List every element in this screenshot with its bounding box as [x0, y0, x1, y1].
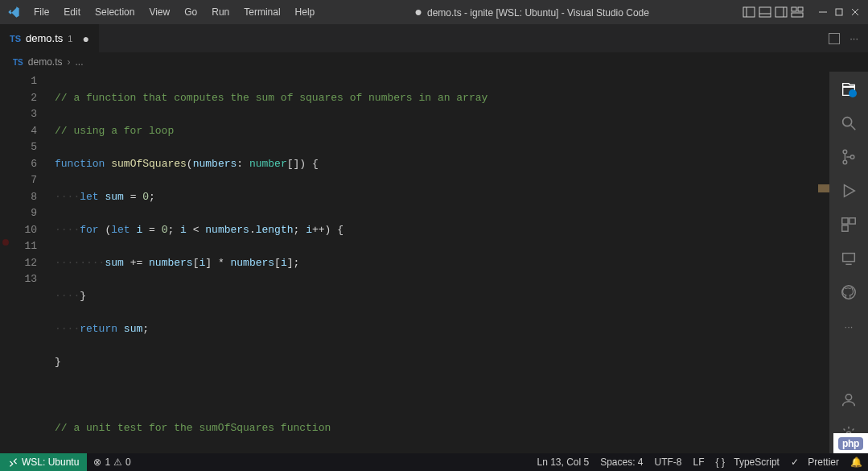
layout-sidebar-right-icon[interactable]	[775, 6, 788, 19]
error-count: 1	[105, 457, 110, 468]
watermark-overlay: php	[833, 433, 868, 453]
minimize-button[interactable]	[817, 6, 829, 19]
braces-icon: { }	[716, 457, 725, 468]
more-views-icon[interactable]: ···	[839, 316, 858, 336]
breadcrumb-file: demo.ts	[28, 56, 63, 68]
split-editor-icon[interactable]	[829, 33, 840, 44]
explorer-icon[interactable]	[839, 80, 858, 99]
line-number: 10	[11, 222, 37, 239]
php-logo-icon: php	[838, 437, 863, 450]
tab-problem-count: 1	[68, 34, 72, 43]
vscode-logo-icon	[0, 6, 27, 19]
tab-unsaved-dot-icon: ●	[82, 32, 88, 45]
error-count-icon: ⊗	[93, 457, 101, 468]
chevron-right-icon: ›	[67, 56, 70, 68]
svg-rect-6	[792, 7, 796, 11]
svg-rect-18	[842, 218, 848, 224]
language-label: TypeScript	[734, 457, 780, 468]
menu-run[interactable]: Run	[205, 3, 236, 21]
prettier-status[interactable]: ✓ Prettier	[785, 457, 845, 468]
line-number: 8	[11, 189, 37, 206]
line-number: 3	[11, 106, 37, 123]
accounts-icon[interactable]	[839, 390, 858, 410]
menu-selection[interactable]: Selection	[88, 3, 141, 21]
status-bar: WSL: Ubuntu ⊗ 1 ⚠ 0 Ln 13, Col 5 Spaces:…	[0, 453, 868, 471]
svg-rect-10	[836, 9, 842, 15]
svg-point-15	[843, 150, 847, 154]
svg-point-17	[850, 155, 854, 159]
warning-count-icon: ⚠	[113, 457, 122, 468]
line-number: 2	[11, 90, 37, 107]
typescript-icon: TS	[10, 34, 21, 43]
badge-icon	[849, 89, 857, 97]
editor-main: 1 2 3 4 5 6 7 8 9 10 11 12 13 // a funct…	[0, 72, 868, 453]
svg-rect-4	[775, 7, 787, 17]
menu-terminal[interactable]: Terminal	[237, 3, 286, 21]
svg-rect-19	[849, 218, 855, 224]
unsaved-indicator-icon: ●	[414, 5, 427, 19]
menu-go[interactable]: Go	[178, 3, 204, 21]
line-number: 7	[11, 172, 37, 189]
svg-point-13	[843, 118, 852, 126]
line-number: 11	[11, 238, 37, 255]
github-icon[interactable]	[839, 283, 858, 302]
activity-bar: ···	[829, 72, 868, 453]
window-title-text: demo.ts - ignite [WSL: Ubuntu] - Visual …	[427, 7, 649, 19]
window-controls	[743, 6, 868, 19]
line-number-gutter: 1 2 3 4 5 6 7 8 9 10 11 12 13	[11, 72, 45, 453]
more-actions-icon[interactable]: ···	[849, 32, 858, 44]
line-number: 1	[11, 73, 37, 90]
svg-rect-2	[759, 7, 771, 17]
code-editor[interactable]: // a function that computes the sum of s…	[45, 72, 818, 453]
problems-status[interactable]: ⊗ 1 ⚠ 0	[87, 457, 137, 468]
breakpoint-hint-icon[interactable]	[2, 239, 9, 246]
svg-rect-7	[798, 7, 803, 11]
remote-label: WSL: Ubuntu	[22, 457, 79, 468]
check-icon: ✓	[791, 457, 799, 468]
source-control-icon[interactable]	[839, 147, 858, 167]
menu-view[interactable]: View	[142, 3, 176, 21]
menu-edit[interactable]: Edit	[57, 3, 87, 21]
customize-layout-icon[interactable]	[791, 6, 804, 19]
title-bar: File Edit Selection View Go Run Terminal…	[0, 0, 868, 24]
breadcrumb-ellipsis: ...	[75, 56, 83, 68]
indentation-status[interactable]: Spaces: 4	[594, 457, 648, 468]
minimap[interactable]	[818, 72, 829, 453]
menu-file[interactable]: File	[27, 3, 56, 21]
remote-indicator[interactable]: WSL: Ubuntu	[0, 453, 87, 471]
close-button[interactable]	[849, 6, 862, 19]
layout-panel-bottom-icon[interactable]	[759, 6, 771, 19]
svg-point-24	[845, 395, 851, 400]
tab-bar: TS demo.ts 1 ● ···	[0, 24, 868, 52]
line-number: 12	[11, 255, 37, 272]
warning-count: 0	[125, 457, 131, 468]
line-number: 13	[11, 271, 37, 288]
notifications-bell-icon[interactable]: 🔔	[845, 457, 868, 468]
extensions-icon[interactable]	[839, 215, 858, 234]
breadcrumb-typescript-icon: TS	[13, 58, 23, 67]
window-title: ●demo.ts - ignite [WSL: Ubuntu] - Visual…	[321, 5, 743, 19]
eol-status[interactable]: LF	[688, 457, 710, 468]
overview-ruler-marker	[818, 184, 829, 192]
tab-filename: demo.ts	[26, 32, 63, 44]
svg-rect-8	[792, 13, 803, 17]
search-icon[interactable]	[839, 114, 858, 133]
tab-demo-ts[interactable]: TS demo.ts 1 ●	[0, 24, 100, 52]
line-number: 9	[11, 205, 37, 222]
breadcrumb[interactable]: TS demo.ts › ...	[0, 52, 868, 72]
remote-icon	[8, 457, 19, 468]
svg-rect-0	[743, 7, 755, 17]
menu-help[interactable]: Help	[289, 3, 322, 21]
maximize-button[interactable]	[833, 6, 845, 19]
svg-rect-21	[843, 254, 855, 262]
glyph-margin	[0, 72, 11, 453]
svg-rect-20	[842, 225, 848, 231]
layout-sidebar-left-icon[interactable]	[743, 6, 755, 19]
language-mode[interactable]: { } TypeScript	[710, 457, 785, 468]
svg-line-14	[851, 126, 856, 130]
remote-explorer-icon[interactable]	[839, 249, 858, 268]
run-debug-icon[interactable]	[839, 181, 858, 200]
line-number: 5	[11, 139, 37, 156]
cursor-position[interactable]: Ln 13, Col 5	[531, 457, 594, 468]
encoding-status[interactable]: UTF-8	[649, 457, 688, 468]
